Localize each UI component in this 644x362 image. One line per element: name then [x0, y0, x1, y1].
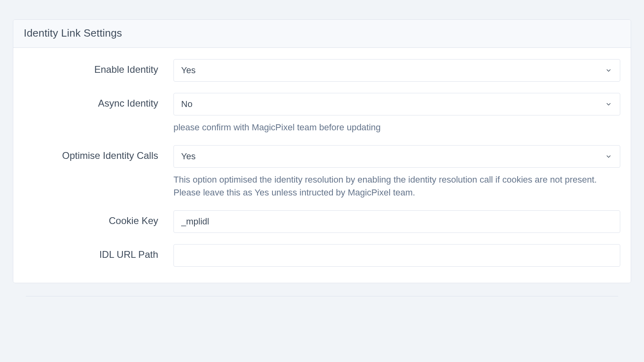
- help-async-identity: please confirm with MagicPixel team befo…: [173, 121, 620, 134]
- select-async-identity[interactable]: No: [173, 93, 620, 115]
- divider: [26, 296, 618, 296]
- label-optimise-identity-calls: Optimise Identity Calls: [62, 150, 158, 161]
- row-idl-url-path: IDL URL Path: [24, 244, 620, 267]
- card-body: Enable Identity Yes Async Identity: [13, 48, 631, 283]
- input-cookie-key[interactable]: [173, 210, 620, 233]
- identity-link-settings-card: Identity Link Settings Enable Identity Y…: [13, 19, 631, 283]
- label-enable-identity: Enable Identity: [94, 64, 158, 75]
- label-idl-url-path: IDL URL Path: [99, 249, 158, 260]
- help-optimise-identity-calls: This option optimised the identity resol…: [173, 173, 620, 199]
- row-cookie-key: Cookie Key: [24, 210, 620, 233]
- select-optimise-identity-calls[interactable]: Yes: [173, 145, 620, 168]
- card-header: Identity Link Settings: [13, 20, 631, 48]
- card-title: Identity Link Settings: [24, 27, 620, 39]
- select-enable-identity[interactable]: Yes: [173, 59, 620, 82]
- label-async-identity: Async Identity: [98, 98, 158, 109]
- row-optimise-identity-calls: Optimise Identity Calls Yes This option …: [24, 145, 620, 199]
- row-async-identity: Async Identity No please confirm with Ma…: [24, 93, 620, 134]
- input-idl-url-path[interactable]: [173, 244, 620, 267]
- row-enable-identity: Enable Identity Yes: [24, 59, 620, 82]
- label-cookie-key: Cookie Key: [109, 215, 158, 226]
